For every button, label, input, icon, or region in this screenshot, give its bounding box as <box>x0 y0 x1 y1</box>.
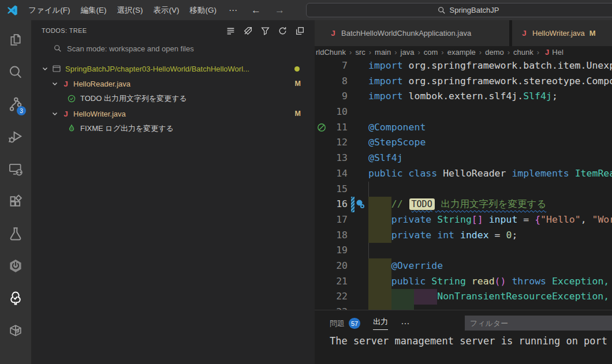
code-token: "Hello" <box>540 214 581 225</box>
tab-batchhelloworldchunkapplication[interactable]: J BatchHelloWorldChunkApplication.java <box>315 20 509 46</box>
filter-icon[interactable] <box>260 26 270 36</box>
panel-more-icon[interactable]: ⋯ <box>401 318 409 329</box>
java-file-icon: J <box>520 29 528 37</box>
menu-edit[interactable]: 編集(E) <box>76 0 112 20</box>
menu-file[interactable]: ファイル(F) <box>23 0 76 20</box>
code-line[interactable]: 19 <box>315 243 612 258</box>
code-token: input <box>489 214 518 225</box>
code-token: ; <box>512 230 517 241</box>
code-line[interactable]: 21 public String read() throws Exception… <box>315 274 612 290</box>
tree-row-fixme-item[interactable]: FIXME ログ出力を変更する <box>31 121 315 136</box>
menu-view[interactable]: 表示(V) <box>148 0 185 20</box>
line-number: 17 <box>315 212 348 228</box>
code-token <box>569 168 575 179</box>
java-file-icon: J <box>543 48 552 57</box>
code-line[interactable]: 8import org.springframework.stereotype.C… <box>315 74 612 89</box>
output-filter-input[interactable] <box>465 316 612 331</box>
menu-go[interactable]: 移動(G) <box>185 0 222 20</box>
line-number: 20 <box>315 258 348 274</box>
code-line[interactable]: 23 <box>315 305 612 310</box>
tab-output[interactable]: 出力 <box>373 317 388 330</box>
breadcrumb-file[interactable]: Hel <box>552 48 564 57</box>
breadcrumb-item[interactable]: main <box>375 48 391 57</box>
scan-mode-label: Scan mode: workspace and open files <box>67 44 194 53</box>
activity-search[interactable] <box>0 56 31 88</box>
bottom-panel: 問題 57 出力 ⋯ The server management server … <box>315 310 612 364</box>
code-line[interactable]: 9import lombok.extern.slf4j.Slf4j; <box>315 89 612 104</box>
code-line[interactable]: 7import org.springframework.batch.item.U… <box>315 58 612 74</box>
activity-source-control[interactable]: 3 <box>0 88 31 121</box>
search-icon <box>8 65 23 80</box>
tree-row-todo-item[interactable]: TODO 出力用文字列を変更する <box>31 91 315 106</box>
activity-run-debug[interactable] <box>0 121 31 153</box>
nav-forward-icon[interactable]: → <box>268 5 292 16</box>
code-line[interactable]: 18 private int index = 0; <box>315 228 612 243</box>
code-token <box>506 168 512 179</box>
activity-testing[interactable] <box>0 217 31 250</box>
tree-row-hellowriter[interactable]: J HelloWriter.java M <box>31 106 315 121</box>
chevron-down-icon <box>50 109 59 118</box>
tree-row-workspace[interactable]: SpringBatchJP/chapter03-HelloWorld/Batch… <box>31 61 315 76</box>
activity-remote-explorer[interactable] <box>0 153 31 185</box>
menu-more-icon[interactable]: ⋯ <box>222 5 244 16</box>
activity-spring-boot[interactable] <box>0 250 31 282</box>
problems-count-badge: 57 <box>349 318 360 329</box>
breadcrumb-item[interactable]: com <box>424 48 438 57</box>
breadcrumb-item[interactable]: chunk <box>513 48 533 57</box>
activity-explorer[interactable] <box>0 24 31 56</box>
fixme-item-label: FIXME ログ出力を変更する <box>80 123 174 134</box>
scan-mode-row[interactable]: Scan mode: workspace and open files <box>31 41 315 56</box>
refresh-icon[interactable] <box>278 26 288 36</box>
tab-problems[interactable]: 問題 57 <box>330 318 360 329</box>
code-token: "Wor <box>592 214 612 225</box>
code-line[interactable]: 17 private String[] input = {"Hello", "W… <box>315 212 612 228</box>
code-line[interactable]: 11@Component <box>315 120 612 136</box>
code-line[interactable]: 10 <box>315 104 612 120</box>
flat-list-icon[interactable] <box>226 26 236 36</box>
tab-modified-badge: M <box>589 29 596 37</box>
expand-all-icon[interactable] <box>295 26 305 36</box>
code-line[interactable]: 15 <box>315 182 612 197</box>
code-token: String <box>431 276 466 287</box>
breadcrumb-item[interactable]: rldChunk <box>316 48 346 57</box>
code-token: ; <box>552 91 558 102</box>
code-line[interactable]: 13@Slf4j <box>315 151 612 166</box>
output-text: The server management server is running … <box>330 335 607 347</box>
code-editor[interactable]: 7import org.springframework.batch.item.U… <box>315 58 612 310</box>
line-number: 18 <box>315 228 348 243</box>
breadcrumb-item[interactable]: demo <box>485 48 504 57</box>
git-modified-badge: M <box>295 110 301 118</box>
tree-row-helloreader[interactable]: J HelloReader.java M <box>31 76 315 91</box>
code-line[interactable]: 16 // TODO 出力用文字列を変更する <box>315 197 612 212</box>
activity-containers[interactable] <box>0 314 31 347</box>
code-token: private <box>391 214 432 225</box>
code-token <box>437 168 443 179</box>
search-icon <box>438 6 446 14</box>
indent-rainbow-block <box>368 258 391 274</box>
code-line[interactable]: 14public class HelloReader implements It… <box>315 166 612 182</box>
tag-icon[interactable] <box>243 26 253 36</box>
code-text: @StepScope <box>368 135 426 151</box>
activity-extensions[interactable] <box>0 185 31 217</box>
code-token <box>483 214 489 225</box>
menu-selection[interactable]: 選択(S) <box>112 0 148 20</box>
chevron-down-icon <box>40 64 50 73</box>
code-text: public class HelloReader implements Item… <box>368 166 612 182</box>
tab-hellowriter[interactable]: J HelloWriter.java M <box>512 20 612 46</box>
activity-bar: 3 <box>0 20 31 364</box>
breadcrumb-item[interactable]: example <box>447 48 476 57</box>
activity-todo-tree[interactable] <box>0 282 31 314</box>
breadcrumb-item[interactable]: src <box>355 48 365 57</box>
code-line[interactable]: 12@StepScope <box>315 135 612 151</box>
code-token <box>466 276 472 287</box>
code-token <box>403 168 409 179</box>
nav-back-icon[interactable]: ← <box>244 5 268 16</box>
indent-rainbow-block <box>391 305 415 310</box>
breadcrumb-item[interactable]: java <box>401 48 415 57</box>
code-text: @Component <box>368 120 426 136</box>
command-center-search[interactable]: SpringBatchJP <box>306 3 612 17</box>
code-line[interactable]: 20 @Override <box>315 258 612 274</box>
code-line[interactable]: 22 NonTransientResourceException, <box>315 289 612 305</box>
indent-rainbow-block <box>368 212 391 228</box>
code-lines: 7import org.springframework.batch.item.U… <box>315 58 612 310</box>
